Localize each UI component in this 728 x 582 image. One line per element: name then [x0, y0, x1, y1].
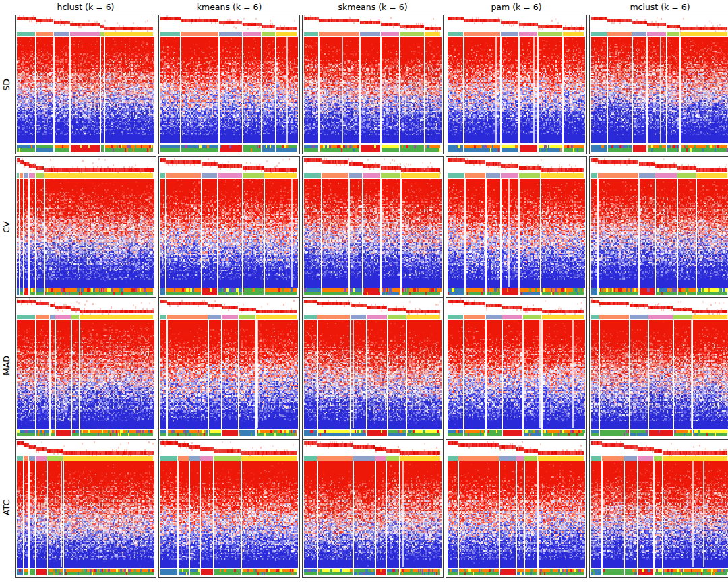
heatmap-canvas-cv-kmeans — [159, 157, 299, 296]
heatmap-canvas-cv-pam — [446, 157, 586, 296]
heatmap-panel-mad-hclust — [15, 298, 156, 439]
heatmap-panel-cv-mclust — [589, 156, 728, 298]
row-label-atc: ATC — [1, 502, 13, 515]
heatmap-panel-mad-kmeans — [158, 298, 300, 439]
heatmap-panel-sd-hclust — [15, 15, 156, 154]
heatmap-canvas-cv-hclust — [16, 157, 155, 296]
heatmap-canvas-sd-hclust — [16, 15, 155, 153]
heatmap-panel-mad-mclust — [589, 298, 728, 439]
heatmap-panel-cv-hclust — [15, 156, 156, 298]
column-title-mclust: mclust (k = 6) — [589, 1, 728, 13]
heatmap-panel-sd-mclust — [589, 15, 728, 154]
heatmap-canvas-atc-kmeans — [159, 440, 299, 577]
heatmap-panel-sd-pam — [446, 15, 587, 154]
heatmap-canvas-sd-kmeans — [159, 15, 299, 153]
heatmap-panel-cv-kmeans — [158, 156, 300, 298]
column-title-hclust: hclust (k = 6) — [15, 1, 156, 13]
heatmap-panel-atc-kmeans — [158, 439, 300, 578]
heatmap-panel-mad-skmeans — [302, 298, 444, 439]
heatmap-panel-sd-kmeans — [158, 15, 300, 154]
heatmap-figure: hclust (k = 6)kmeans (k = 6)skmeans (k =… — [0, 0, 728, 582]
heatmap-canvas-mad-skmeans — [303, 298, 442, 438]
heatmap-panel-cv-skmeans — [302, 156, 444, 298]
heatmap-canvas-mad-pam — [446, 298, 586, 438]
heatmap-panel-atc-pam — [446, 439, 587, 578]
heatmap-panel-cv-pam — [446, 156, 587, 298]
heatmap-canvas-sd-pam — [446, 15, 586, 153]
heatmap-canvas-atc-pam — [446, 440, 586, 577]
heatmap-panel-mad-pam — [446, 298, 587, 439]
heatmap-canvas-cv-skmeans — [303, 157, 442, 296]
heatmap-canvas-mad-kmeans — [159, 298, 299, 438]
column-title-kmeans: kmeans (k = 6) — [158, 1, 300, 13]
column-title-skmeans: skmeans (k = 6) — [302, 1, 444, 13]
heatmap-canvas-sd-mclust — [590, 15, 728, 153]
heatmap-panel-atc-mclust — [589, 439, 728, 578]
heatmap-canvas-mad-hclust — [16, 298, 155, 438]
heatmap-canvas-atc-skmeans — [303, 440, 442, 577]
heatmap-panel-sd-skmeans — [302, 15, 444, 154]
row-label-cv: CV — [1, 220, 13, 234]
heatmap-panel-atc-hclust — [15, 439, 156, 578]
heatmap-canvas-cv-mclust — [590, 157, 728, 296]
column-title-pam: pam (k = 6) — [446, 1, 587, 13]
heatmap-canvas-atc-hclust — [16, 440, 155, 577]
heatmap-canvas-atc-mclust — [590, 440, 728, 577]
row-label-sd: SD — [1, 78, 13, 92]
heatmap-canvas-sd-skmeans — [303, 15, 442, 153]
heatmap-panel-atc-skmeans — [302, 439, 444, 578]
row-label-mad: MAD — [1, 362, 13, 375]
heatmap-canvas-mad-mclust — [590, 298, 728, 438]
